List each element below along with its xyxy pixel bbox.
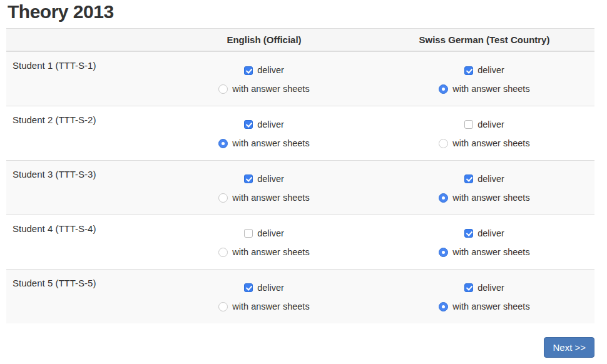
delivery-table: English (Official) Swiss German (Test Co…	[6, 28, 594, 323]
answer-sheets-radio[interactable]	[218, 248, 228, 257]
answer-sheets-radio[interactable]	[218, 302, 228, 311]
answer-sheets-radio[interactable]	[439, 193, 448, 203]
deliver-checkbox[interactable]	[244, 66, 253, 75]
delivery-cell: deliver with answer sheets	[374, 51, 594, 106]
header-row: English (Official) Swiss German (Test Co…	[6, 29, 594, 52]
answer-sheets-label: with answer sheets	[452, 301, 529, 312]
student-label: Student 3 (TTT-S-3)	[6, 160, 154, 215]
deliver-line: deliver	[375, 174, 594, 185]
answer-sheets-line: with answer sheets	[375, 193, 594, 203]
deliver-line: deliver	[155, 65, 374, 76]
page-title: Theory 2013	[6, 0, 594, 23]
deliver-line: deliver	[375, 228, 594, 239]
deliver-label: deliver	[477, 119, 504, 130]
deliver-label: deliver	[257, 119, 284, 130]
answer-sheets-radio[interactable]	[439, 139, 448, 148]
deliver-line: deliver	[155, 174, 374, 185]
answer-sheets-radio[interactable]	[218, 139, 228, 148]
student-label: Student 5 (TTT-S-5)	[6, 269, 154, 323]
deliver-label: deliver	[477, 283, 504, 293]
delivery-cell: deliver with answer sheets	[154, 215, 374, 269]
answer-sheets-label: with answer sheets	[232, 247, 309, 258]
deliver-checkbox[interactable]	[244, 283, 253, 292]
answer-sheets-line: with answer sheets	[375, 247, 594, 258]
answer-sheets-line: with answer sheets	[155, 84, 374, 94]
answer-sheets-label: with answer sheets	[452, 193, 529, 203]
answer-sheets-line: with answer sheets	[155, 193, 374, 203]
answer-sheets-line: with answer sheets	[155, 247, 374, 258]
deliver-checkbox[interactable]	[244, 229, 253, 238]
column-header-swiss-german: Swiss German (Test Country)	[374, 29, 594, 52]
answer-sheets-line: with answer sheets	[155, 138, 374, 149]
deliver-label: deliver	[477, 228, 504, 239]
deliver-line: deliver	[155, 228, 374, 239]
delivery-cell: deliver with answer sheets	[374, 160, 594, 215]
delivery-cell: deliver with answer sheets	[154, 160, 374, 215]
next-button[interactable]: Next >>	[544, 337, 594, 358]
deliver-label: deliver	[257, 228, 284, 239]
delivery-cell: deliver with answer sheets	[154, 51, 374, 106]
deliver-label: deliver	[477, 65, 504, 76]
deliver-checkbox[interactable]	[464, 229, 473, 238]
deliver-checkbox[interactable]	[464, 174, 473, 183]
deliver-label: deliver	[257, 174, 284, 185]
deliver-checkbox[interactable]	[464, 120, 473, 129]
answer-sheets-radio[interactable]	[218, 193, 228, 203]
answer-sheets-label: with answer sheets	[232, 84, 309, 94]
column-header-english: English (Official)	[154, 29, 374, 52]
deliver-label: deliver	[257, 283, 284, 293]
footer: Next >>	[6, 337, 594, 358]
deliver-label: deliver	[257, 65, 284, 76]
answer-sheets-radio[interactable]	[218, 84, 228, 94]
table-row: Student 2 (TTT-S-2) deliver with answer …	[6, 106, 594, 160]
page: Theory 2013 English (Official) Swiss Ger…	[0, 0, 607, 358]
answer-sheets-radio[interactable]	[439, 248, 448, 257]
delivery-cell: deliver with answer sheets	[374, 215, 594, 269]
delivery-cell: deliver with answer sheets	[374, 269, 594, 323]
table-row: Student 5 (TTT-S-5) deliver with answer …	[6, 269, 594, 323]
answer-sheets-line: with answer sheets	[375, 301, 594, 312]
deliver-line: deliver	[375, 65, 594, 76]
table-body: Student 1 (TTT-S-1) deliver with answer …	[6, 51, 594, 323]
answer-sheets-label: with answer sheets	[452, 247, 529, 258]
deliver-checkbox[interactable]	[244, 174, 253, 183]
student-label: Student 4 (TTT-S-4)	[6, 215, 154, 269]
answer-sheets-label: with answer sheets	[452, 84, 529, 94]
table-row: Student 3 (TTT-S-3) deliver with answer …	[6, 160, 594, 215]
student-label: Student 2 (TTT-S-2)	[6, 106, 154, 160]
answer-sheets-label: with answer sheets	[232, 193, 309, 203]
answer-sheets-line: with answer sheets	[155, 301, 374, 312]
answer-sheets-label: with answer sheets	[232, 301, 309, 312]
answer-sheets-label: with answer sheets	[452, 138, 529, 149]
table-row: Student 1 (TTT-S-1) deliver with answer …	[6, 51, 594, 106]
answer-sheets-radio[interactable]	[439, 302, 448, 311]
deliver-checkbox[interactable]	[464, 66, 473, 75]
deliver-checkbox[interactable]	[464, 283, 473, 292]
student-label: Student 1 (TTT-S-1)	[6, 51, 154, 106]
deliver-line: deliver	[155, 283, 374, 293]
delivery-cell: deliver with answer sheets	[374, 106, 594, 160]
deliver-line: deliver	[375, 283, 594, 293]
answer-sheets-line: with answer sheets	[375, 84, 594, 94]
answer-sheets-radio[interactable]	[439, 84, 448, 94]
table-row: Student 4 (TTT-S-4) deliver with answer …	[6, 215, 594, 269]
deliver-checkbox[interactable]	[244, 120, 253, 129]
deliver-line: deliver	[375, 119, 594, 130]
header-cell-empty	[6, 29, 154, 52]
answer-sheets-line: with answer sheets	[375, 138, 594, 149]
deliver-line: deliver	[155, 119, 374, 130]
delivery-cell: deliver with answer sheets	[154, 269, 374, 323]
delivery-cell: deliver with answer sheets	[154, 106, 374, 160]
answer-sheets-label: with answer sheets	[232, 138, 309, 149]
deliver-label: deliver	[477, 174, 504, 185]
